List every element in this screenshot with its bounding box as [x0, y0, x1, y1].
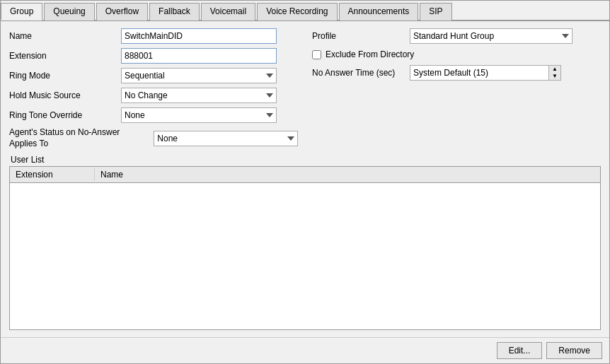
left-column: Name Extension Ring Mode Sequential Broa…	[9, 28, 298, 149]
tab-voice-recording[interactable]: Voice Recording	[257, 3, 337, 20]
no-answer-row: No Answer Time (sec) ▲ ▼	[312, 65, 601, 81]
table-header: Extension Name	[10, 167, 600, 183]
bottom-bar: Edit... Remove	[1, 337, 609, 363]
main-content: Name Extension Ring Mode Sequential Broa…	[1, 21, 609, 337]
profile-row: Profile Standard Hunt Group Custom	[312, 28, 601, 44]
exclude-label: Exclude From Directory	[326, 49, 414, 59]
table-body	[10, 183, 600, 329]
form-section: Name Extension Ring Mode Sequential Broa…	[9, 28, 601, 149]
tab-group[interactable]: Group	[1, 3, 42, 20]
user-list-table: Extension Name	[9, 166, 601, 330]
agent-status-row: Agent's Status on No-Answer Applies To N…	[9, 127, 298, 149]
col-extension-header: Extension	[10, 168, 95, 181]
no-answer-input[interactable]	[410, 65, 548, 81]
tab-overflow[interactable]: Overflow	[96, 3, 148, 20]
main-window: Group Queuing Overflow Fallback Voicemai…	[0, 0, 610, 364]
extension-input[interactable]	[121, 48, 277, 64]
tab-sip[interactable]: SIP	[420, 3, 451, 20]
spinner-buttons: ▲ ▼	[548, 65, 561, 81]
tab-queuing[interactable]: Queuing	[44, 3, 94, 20]
name-label: Name	[9, 31, 115, 41]
tab-fallback[interactable]: Fallback	[149, 3, 200, 20]
exclude-row: Exclude From Directory	[312, 49, 601, 59]
spinner-down-button[interactable]: ▼	[549, 73, 560, 80]
col-name-header: Name	[95, 168, 129, 181]
spinner-up-button[interactable]: ▲	[549, 66, 560, 73]
no-answer-label: No Answer Time (sec)	[312, 68, 404, 78]
tab-bar: Group Queuing Overflow Fallback Voicemai…	[1, 1, 609, 21]
hold-music-select[interactable]: No Change System Default Custom	[121, 88, 277, 103]
hold-music-label: Hold Music Source	[9, 90, 115, 100]
profile-select[interactable]: Standard Hunt Group Custom	[410, 28, 572, 44]
hold-music-row: Hold Music Source No Change System Defau…	[9, 88, 298, 103]
no-answer-spinner: ▲ ▼	[410, 65, 561, 81]
edit-button[interactable]: Edit...	[497, 342, 543, 359]
name-row: Name	[9, 28, 298, 44]
remove-button[interactable]: Remove	[546, 342, 602, 359]
agent-status-label: Agent's Status on No-Answer Applies To	[9, 127, 148, 149]
agent-status-select[interactable]: None All Agents	[154, 131, 298, 146]
ring-tone-select[interactable]: None Standard	[121, 107, 277, 123]
user-list-section: User List Extension Name	[9, 155, 601, 330]
ring-mode-select[interactable]: Sequential Broadcast Rotary Random	[121, 68, 277, 83]
ring-mode-row: Ring Mode Sequential Broadcast Rotary Ra…	[9, 68, 298, 83]
profile-label: Profile	[312, 31, 404, 41]
tab-announcements[interactable]: Announcements	[339, 3, 419, 20]
tab-voicemail[interactable]: Voicemail	[201, 3, 255, 20]
ring-tone-label: Ring Tone Override	[9, 110, 115, 120]
extension-label: Extension	[9, 51, 115, 61]
user-list-label: User List	[9, 155, 601, 165]
extension-row: Extension	[9, 48, 298, 64]
ring-mode-label: Ring Mode	[9, 71, 115, 81]
right-column: Profile Standard Hunt Group Custom Exclu…	[312, 28, 601, 149]
exclude-checkbox[interactable]	[312, 50, 321, 59]
name-input[interactable]	[121, 28, 277, 44]
ring-tone-row: Ring Tone Override None Standard	[9, 107, 298, 123]
